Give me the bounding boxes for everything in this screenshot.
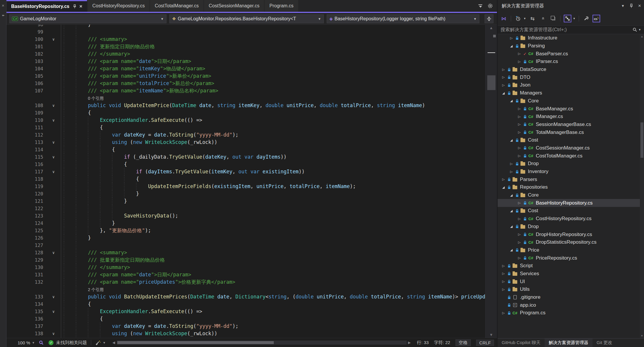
type-dropdown[interactable]: ❖ GameLogMonitor.Repositories.BaseHistor… xyxy=(169,14,324,23)
expand-icon[interactable]: ▷ xyxy=(500,177,506,181)
tree-item-costtotalmanager-cs[interactable]: ▷C#CostTotalManager.cs xyxy=(498,152,644,160)
tree-item-utils[interactable]: ▷Utils xyxy=(498,285,644,293)
tree-item-dropstatisticsrepository-cs[interactable]: ▷C#DropStatisticsRepository.cs xyxy=(498,238,644,246)
scroll-right-icon[interactable]: ▶ xyxy=(407,341,412,345)
tree-item-ui[interactable]: ▷UI xyxy=(498,278,644,285)
tree-item-json[interactable]: ▷Json xyxy=(498,81,644,89)
horizontal-scroll-thumb[interactable] xyxy=(117,341,274,344)
fold-toggle-icon[interactable]: ∨ xyxy=(43,293,64,300)
tree-item-costhistoryrepository-cs[interactable]: ▷C#CostHistoryRepository.cs xyxy=(498,215,644,223)
sync-selection-icon[interactable]: ⇆ xyxy=(529,15,536,22)
code-line[interactable]: 124 } xyxy=(6,220,485,227)
code-line[interactable]: 131 /// <param name="date">日期</param> xyxy=(6,271,485,278)
sync-dropdown-icon[interactable]: ▼ xyxy=(573,17,575,20)
expand-icon[interactable]: ▷ xyxy=(500,68,506,72)
code-cleanup-button[interactable]: ▼ xyxy=(95,340,106,345)
vertical-scroll-thumb[interactable] xyxy=(487,75,495,90)
expand-icon[interactable]: ▷ xyxy=(516,115,522,119)
code-line[interactable]: 102 /// </summary> xyxy=(6,50,485,58)
code-line[interactable]: 110∨ ExceptionHandler.SafeExecute(() => xyxy=(6,117,485,124)
split-editor-button[interactable] xyxy=(485,14,493,23)
search-dropdown-icon[interactable]: ▼ xyxy=(638,28,641,31)
zoom-level[interactable]: 100 % xyxy=(6,340,32,345)
solution-search-box[interactable]: 搜索解决方案资源管理器(Ctrl+;) ▼ xyxy=(498,25,644,34)
wrench-properties-icon[interactable] xyxy=(582,15,590,22)
code-line[interactable]: 104 /// <param name="itemKey">物品键</param… xyxy=(6,65,485,72)
collapse-icon[interactable]: ◢ xyxy=(508,193,514,197)
code-line[interactable]: 0 个引用 xyxy=(6,94,485,102)
expand-icon[interactable]: ▷ xyxy=(508,162,514,166)
collapse-icon[interactable]: ◢ xyxy=(500,185,506,189)
filter-dropdown-icon[interactable]: ▼ xyxy=(523,17,526,20)
tree-scroll-thumb[interactable] xyxy=(640,122,643,158)
spaces-indicator[interactable]: 空格 xyxy=(456,339,471,346)
preview-selected-items-icon[interactable] xyxy=(593,15,600,22)
code-line[interactable]: 119 UpdateItemPriceFields(existingItem, … xyxy=(6,183,485,190)
tree-item-basehistoryrepository-cs[interactable]: ▷C#BaseHistoryRepository.cs xyxy=(498,199,644,207)
tree-item-imanager-cs[interactable]: ▷C#IManager.cs xyxy=(498,113,644,121)
tree-item-script[interactable]: ▷Script xyxy=(498,262,644,270)
code-line[interactable]: 122 xyxy=(6,205,485,212)
pending-changes-filter-icon[interactable] xyxy=(514,15,522,22)
collapse-icon[interactable]: ◢ xyxy=(508,248,514,252)
code-line[interactable]: 135∨ ExceptionHandler.SafeExecute(() => xyxy=(6,308,485,315)
code-line[interactable]: 129 /// 批量更新指定日期的物品价格 xyxy=(6,256,485,264)
document-tab[interactable]: CostSessionManager.cs xyxy=(204,0,264,12)
tree-item-drop[interactable]: ▷Drop xyxy=(498,160,644,168)
expand-icon[interactable]: ▷ xyxy=(516,201,522,205)
fold-toggle-icon[interactable]: ∨ xyxy=(43,139,64,146)
expand-icon[interactable]: ▷ xyxy=(500,264,506,268)
codelens-references[interactable]: 0 个引用 xyxy=(64,95,104,102)
fold-toggle-icon[interactable]: ∨ xyxy=(43,102,64,109)
expand-icon[interactable]: ▷ xyxy=(500,272,506,275)
collapse-icon[interactable]: ◢ xyxy=(500,91,506,95)
code-line[interactable]: 112 var dateKey = date.ToString("yyyy-MM… xyxy=(6,131,485,139)
document-health[interactable]: ✓ 未找到相关问题 xyxy=(49,340,87,346)
expand-icon[interactable]: ▷ xyxy=(508,36,514,40)
close-icon[interactable]: × xyxy=(2,4,4,7)
tree-item-baseparser-cs[interactable]: ▷✓C#BaseParser.cs xyxy=(498,50,644,58)
fold-toggle-icon[interactable]: ∨ xyxy=(43,308,64,315)
document-tab[interactable]: CostTotalManager.cs xyxy=(150,0,203,12)
panel-tab[interactable]: GitHub Copilot 聊天 xyxy=(498,338,545,347)
tab-list-dropdown-icon[interactable] xyxy=(478,4,482,8)
scroll-up-icon[interactable]: ▲ xyxy=(640,35,644,38)
tree-item-repositories[interactable]: ◢Repositories xyxy=(498,183,644,191)
collapse-icon[interactable]: ◢ xyxy=(508,209,514,213)
tree-item-managers[interactable]: ◢Managers xyxy=(498,89,644,97)
tree-item-services[interactable]: ▷Services xyxy=(498,270,644,278)
code-editor[interactable]: 98 }99100∨ /// <summary>101 /// 更新指定日期的物… xyxy=(6,25,497,338)
document-tab[interactable]: CostHistoryRepository.cs xyxy=(88,0,149,12)
expand-icon[interactable]: ▷ xyxy=(516,240,522,244)
tree-item-sessionmanagerbase-cs[interactable]: ▷C#SessionManagerBase.cs xyxy=(498,121,644,129)
expand-icon[interactable]: ▷ xyxy=(500,311,506,315)
code-line[interactable]: 121 } xyxy=(6,197,485,205)
eol-indicator[interactable]: CRLF xyxy=(476,340,494,346)
expand-icon[interactable]: ▷ xyxy=(516,52,522,56)
expand-icon[interactable]: ▷ xyxy=(500,280,506,283)
expand-icon[interactable]: ▷ xyxy=(508,170,514,174)
project-dropdown[interactable]: C# GameLogMonitor ▼ xyxy=(9,14,166,23)
chevron-down-icon[interactable]: ▼ xyxy=(621,4,625,8)
tree-item-basemanager-cs[interactable]: ▷C#BaseManager.cs xyxy=(498,105,644,113)
panel-tab[interactable]: 解决方案资源管理器 xyxy=(545,338,593,347)
tree-item-infrastructure[interactable]: ▷Infrastructure xyxy=(498,34,644,42)
tree-item-parsing[interactable]: ◢Parsing xyxy=(498,42,644,50)
search-icon[interactable] xyxy=(633,27,637,32)
sync-with-active-document-icon[interactable] xyxy=(564,15,571,22)
code-line[interactable]: 99 xyxy=(6,28,485,36)
code-line[interactable]: 138∨ using (new WriteLockScope(_rwLock)) xyxy=(6,330,485,337)
close-icon[interactable]: × xyxy=(638,3,641,9)
expand-icon[interactable]: ▷ xyxy=(516,122,522,126)
code-line[interactable]: 2 个引用 xyxy=(6,286,485,293)
tree-item-datasource[interactable]: ▷DataSource xyxy=(498,66,644,74)
code-line[interactable]: 105 /// <param name="unitPrice">新单价</par… xyxy=(6,72,485,80)
code-line[interactable]: 134 { xyxy=(6,300,485,308)
pin-icon[interactable] xyxy=(73,4,76,9)
expand-icon[interactable]: ▷ xyxy=(500,288,506,291)
pin-icon[interactable] xyxy=(629,4,633,8)
expand-icon[interactable]: ▷ xyxy=(516,146,522,150)
code-line[interactable]: 98 } xyxy=(6,25,485,28)
codelens-references[interactable]: 2 个引用 xyxy=(64,286,104,293)
expand-icon[interactable]: ▷ xyxy=(516,233,522,236)
